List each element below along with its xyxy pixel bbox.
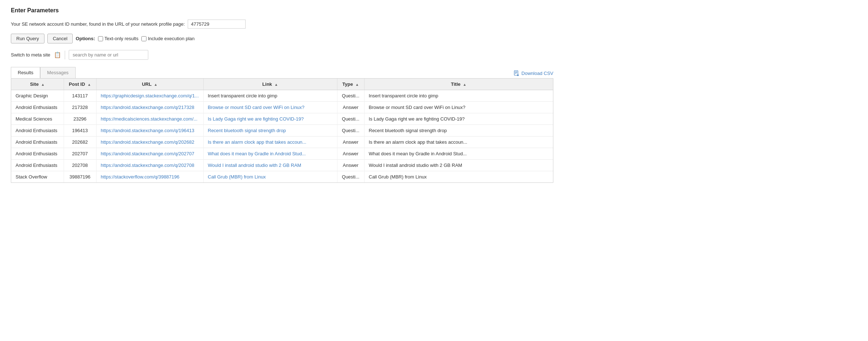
cell-url[interactable]: https://android.stackexchange.com/q/2026…	[96, 136, 203, 148]
sort-arrow-url: ▲	[154, 83, 158, 87]
svg-rect-0	[514, 71, 518, 75]
cell-postid: 202682	[64, 136, 96, 148]
sort-arrow-site: ▲	[41, 83, 45, 87]
section-title: Enter Parameters	[11, 7, 553, 14]
cell-type: Questi...	[337, 90, 364, 102]
vertical-divider	[65, 51, 65, 59]
cell-type: Answer	[337, 148, 364, 160]
download-icon	[514, 70, 519, 76]
cell-url[interactable]: https://android.stackexchange.com/q/2027…	[96, 148, 203, 160]
cell-url[interactable]: https://android.stackexchange.com/q/1964…	[96, 125, 203, 136]
table-row: Medical Sciences23296https://medicalscie…	[11, 113, 553, 125]
cell-link[interactable]: Is there an alarm clock app that takes a…	[203, 136, 337, 148]
cell-url[interactable]: https://android.stackexchange.com/q/2027…	[96, 160, 203, 171]
table-row: Android Enthusiasts202707https://android…	[11, 148, 553, 160]
tab-results[interactable]: Results	[11, 67, 40, 78]
cell-site: Graphic Design	[11, 90, 64, 102]
cell-site: Stack Overflow	[11, 171, 64, 183]
cell-url[interactable]: https://medicalsciences.stackexchange.co…	[96, 113, 203, 125]
cell-type: Questi...	[337, 113, 364, 125]
cell-type: Answer	[337, 102, 364, 113]
table-row: Android Enthusiasts196413https://android…	[11, 125, 553, 136]
download-csv-label: Download CSV	[522, 71, 553, 76]
tabs-container: Results Messages	[11, 67, 76, 78]
exec-plan-checkbox[interactable]	[141, 36, 146, 41]
site-switch-icon[interactable]: 📋	[54, 51, 61, 58]
cell-url[interactable]: https://android.stackexchange.com/q/2173…	[96, 102, 203, 113]
sort-arrow-type: ▲	[356, 83, 359, 87]
sort-arrow-title: ▲	[463, 83, 467, 87]
cell-url[interactable]: https://stackoverflow.com/q/39887196	[96, 171, 203, 183]
table-row: Android Enthusiasts217328https://android…	[11, 102, 553, 113]
col-header-title[interactable]: Title ▲	[364, 79, 553, 90]
cell-link[interactable]: Call Grub (MBR) from Linux	[203, 171, 337, 183]
cell-title: Insert transparent circle into gimp	[364, 90, 553, 102]
tab-messages[interactable]: Messages	[40, 67, 75, 78]
table-header-row: Site ▲ Post ID ▲ URL ▲ Link ▲	[11, 79, 553, 90]
cell-link[interactable]: What does it mean by Gradle in Android S…	[203, 148, 337, 160]
sort-arrow-link: ▲	[275, 83, 278, 87]
text-only-option[interactable]: Text-only results	[98, 36, 139, 41]
cell-site: Medical Sciences	[11, 113, 64, 125]
tabs-download-row: Results Messages Download CSV	[11, 67, 553, 78]
cell-site: Android Enthusiasts	[11, 125, 64, 136]
cell-title: Call Grub (MBR) from Linux	[364, 171, 553, 183]
cell-link[interactable]: Recent bluetooth signal strength drop	[203, 125, 337, 136]
cell-postid: 202707	[64, 148, 96, 160]
cell-postid: 217328	[64, 102, 96, 113]
cell-postid: 39887196	[64, 171, 96, 183]
sort-arrow-postid: ▲	[88, 83, 91, 87]
results-table-wrapper: Site ▲ Post ID ▲ URL ▲ Link ▲	[11, 78, 553, 183]
cell-link[interactable]: Would I install android studio with 2 GB…	[203, 160, 337, 171]
cell-link[interactable]: Is Lady Gaga right we are fighting COVID…	[203, 113, 337, 125]
cell-postid: 202708	[64, 160, 96, 171]
cell-title: Is Lady Gaga right we are fighting COVID…	[364, 113, 553, 125]
cell-type: Questi...	[337, 125, 364, 136]
table-row: Stack Overflow39887196https://stackoverf…	[11, 171, 553, 183]
cell-type: Answer	[337, 136, 364, 148]
exec-plan-option[interactable]: Include execution plan	[141, 36, 195, 41]
cell-title: Recent bluetooth signal strength drop	[364, 125, 553, 136]
cell-postid: 23296	[64, 113, 96, 125]
run-query-button[interactable]: Run Query	[11, 34, 44, 43]
site-switch-label: Switch to meta site	[11, 52, 50, 58]
exec-plan-label: Include execution plan	[148, 36, 195, 41]
text-only-label: Text-only results	[105, 36, 139, 41]
cell-type: Questi...	[337, 171, 364, 183]
param-label: Your SE network account ID number, found…	[11, 21, 185, 27]
cell-postid: 196413	[64, 125, 96, 136]
cell-link: Insert transparent circle into gimp	[203, 90, 337, 102]
cell-url[interactable]: https://graphicdesign.stackexchange.com/…	[96, 90, 203, 102]
cell-title: Is there an alarm clock app that takes a…	[364, 136, 553, 148]
cell-title: What does it mean by Gradle in Android S…	[364, 148, 553, 160]
account-id-input[interactable]	[188, 20, 246, 29]
table-row: Android Enthusiasts202708https://android…	[11, 160, 553, 171]
col-header-postid[interactable]: Post ID ▲	[64, 79, 96, 90]
cell-type: Answer	[337, 160, 364, 171]
cell-link[interactable]: Browse or mount SD card over WiFi on Lin…	[203, 102, 337, 113]
table-row: Android Enthusiasts202682https://android…	[11, 136, 553, 148]
table-row: Graphic Design143117https://graphicdesig…	[11, 90, 553, 102]
cell-site: Android Enthusiasts	[11, 136, 64, 148]
text-only-checkbox[interactable]	[98, 36, 103, 41]
cell-title: Would I install android studio with 2 GB…	[364, 160, 553, 171]
col-header-link[interactable]: Link ▲	[203, 79, 337, 90]
cell-site: Android Enthusiasts	[11, 102, 64, 113]
col-header-url[interactable]: URL ▲	[96, 79, 203, 90]
col-header-site[interactable]: Site ▲	[11, 79, 64, 90]
cell-postid: 143117	[64, 90, 96, 102]
options-label: Options:	[76, 36, 95, 41]
results-table: Site ▲ Post ID ▲ URL ▲ Link ▲	[11, 79, 553, 182]
cell-title: Browse or mount SD card over WiFi on Lin…	[364, 102, 553, 113]
cell-site: Android Enthusiasts	[11, 148, 64, 160]
cell-site: Android Enthusiasts	[11, 160, 64, 171]
col-header-type[interactable]: Type ▲	[337, 79, 364, 90]
search-input[interactable]	[69, 50, 148, 60]
download-csv-button[interactable]: Download CSV	[514, 70, 553, 78]
cancel-button[interactable]: Cancel	[47, 34, 73, 43]
